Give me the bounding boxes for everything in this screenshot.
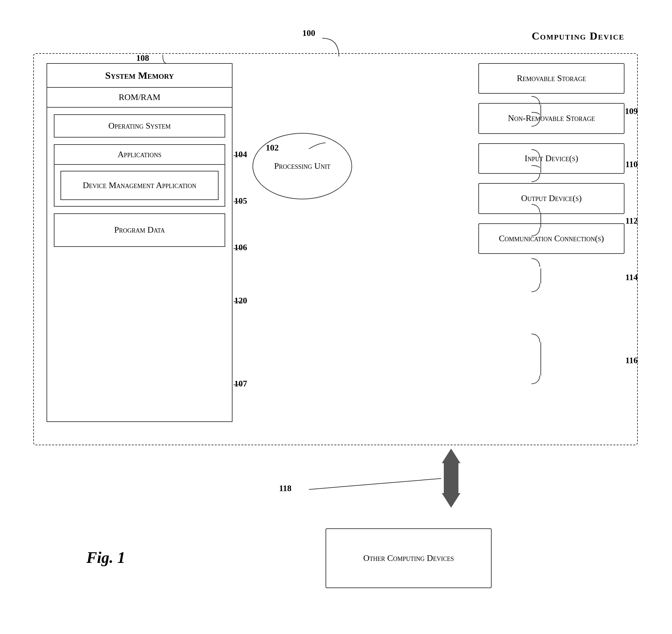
rom-ram-label: ROM/RAM: [47, 88, 232, 108]
ref-112: 112: [625, 216, 638, 226]
applications-box: Applications Device Management Applicati…: [54, 144, 225, 207]
ref-105: 105: [234, 196, 247, 206]
ref-106: 106: [234, 242, 247, 253]
input-devices-box: Input Device(s): [478, 143, 624, 174]
arrow-down: [442, 493, 460, 508]
ref-108: 108: [136, 53, 149, 63]
ref-116: 116: [625, 355, 638, 366]
other-computing-devices-box: Other Computing Devices: [326, 528, 491, 588]
non-removable-storage-box: Non-Removable Storage: [478, 103, 624, 134]
ref-107: 107: [234, 379, 247, 389]
ref-114: 114: [625, 273, 638, 282]
ref-100: 100: [302, 28, 315, 38]
ref-118: 118: [279, 484, 292, 493]
communication-connections-box: Communication Connection(s): [478, 223, 624, 254]
operating-system-box: Operating System: [54, 114, 225, 138]
ref-102: 102: [266, 143, 279, 153]
computing-device-label: Computing Device: [532, 30, 624, 42]
ref-110: 110: [625, 160, 638, 169]
arrow-up: [442, 449, 460, 463]
system-memory-label: System Memory: [47, 64, 232, 88]
ref-109: 109: [625, 106, 638, 116]
ref-120: 120: [234, 296, 247, 306]
svg-line-10: [309, 478, 441, 490]
ref-104: 104: [234, 149, 247, 160]
system-memory-box: System Memory ROM/RAM Operating System A…: [47, 63, 233, 422]
device-management-application-box: Device Management Application: [61, 171, 219, 200]
output-devices-box: Output Device(s): [478, 183, 624, 214]
removable-storage-box: Removable Storage: [478, 63, 624, 94]
right-boxes-container: Removable Storage Non-Removable Storage …: [478, 63, 624, 254]
fig-label: Fig. 1: [87, 548, 125, 567]
program-data-box: Program Data: [54, 213, 225, 246]
applications-label: Applications: [54, 145, 224, 165]
arrow-shaft: [444, 463, 458, 493]
